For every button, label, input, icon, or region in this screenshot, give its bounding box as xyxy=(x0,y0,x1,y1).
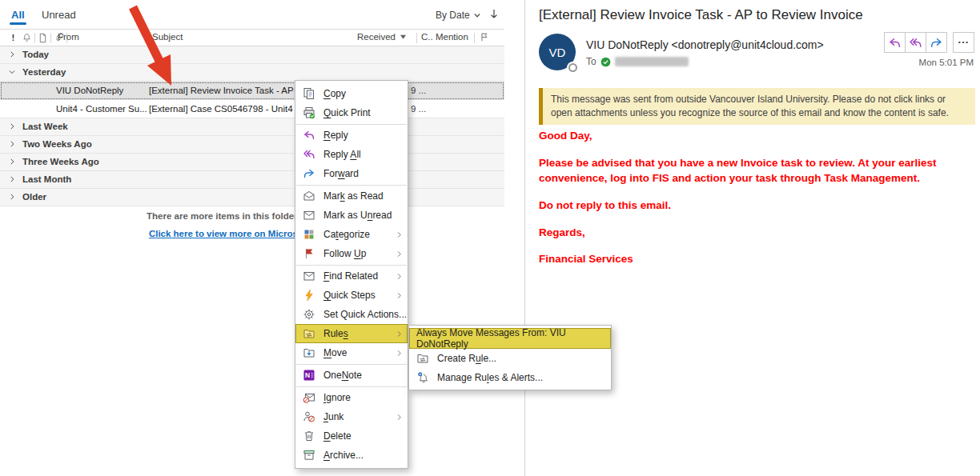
print-icon xyxy=(303,106,315,119)
tab-all[interactable]: All xyxy=(11,9,25,21)
header-divider xyxy=(416,33,417,43)
chevron-right-icon[interactable] xyxy=(8,158,16,167)
outlook-window: All Unread By Date ! From Subject xyxy=(0,0,980,476)
sort-by-dropdown[interactable]: By Date xyxy=(436,10,481,21)
submenu-item-label: Manage Rules & Alerts... xyxy=(437,372,543,383)
reply-button[interactable] xyxy=(884,32,906,53)
triangle-down-icon xyxy=(400,34,407,40)
ignore-icon xyxy=(303,391,315,404)
tab-unread[interactable]: Unread xyxy=(42,9,76,21)
chevron-down-icon[interactable] xyxy=(8,68,16,78)
message-subject: [External] Review Invoice Task - AP to R… xyxy=(149,86,318,95)
menu-item-categorize[interactable]: Categorize xyxy=(295,225,408,244)
group-row-yesterday[interactable]: Yesterday xyxy=(0,64,504,82)
page-icon[interactable] xyxy=(36,33,50,43)
menu-item-forward[interactable]: Forward xyxy=(295,164,408,183)
menu-item-reply-all[interactable]: Reply All xyxy=(295,145,408,164)
mark-unread-icon xyxy=(303,209,315,222)
importance-column-header[interactable]: ! xyxy=(6,33,20,42)
reading-pane: [External] Review Invoice Task - AP to R… xyxy=(524,0,980,476)
header-divider xyxy=(50,33,51,43)
chevron-right-icon[interactable] xyxy=(8,193,16,202)
categorize-icon xyxy=(303,228,315,241)
menu-item-label: Move xyxy=(323,347,395,358)
menu-item-follow-up[interactable]: Follow Up xyxy=(295,244,408,263)
submenu-item-manage-rules-alerts[interactable]: Manage Rules & Alerts... xyxy=(409,368,611,387)
flag-filter-icon[interactable] xyxy=(479,31,490,45)
submenu-item-create-rule[interactable]: Create Rule... xyxy=(409,349,611,368)
presence-indicator xyxy=(568,63,577,72)
menu-item-label: Quick Steps xyxy=(323,290,395,301)
chevron-right-icon[interactable] xyxy=(8,175,16,185)
email-body: Good Day,Please be advised that you have… xyxy=(539,129,970,279)
menu-item-delete[interactable]: Delete xyxy=(295,426,408,446)
menu-item-mark-as-unread[interactable]: Mark as Unread xyxy=(295,206,408,225)
menu-item-reply[interactable]: Reply xyxy=(295,126,408,145)
group-row-last-month[interactable]: Last Month xyxy=(0,171,504,189)
manage-rules-icon xyxy=(416,371,429,384)
message-row[interactable]: Unit4 - Customer Su...[External] Case CS… xyxy=(0,100,504,118)
more-actions-button[interactable]: ... xyxy=(953,32,974,53)
group-row-three-weeks-ago[interactable]: Three Weeks Ago xyxy=(0,154,504,171)
forward-button[interactable] xyxy=(926,32,947,53)
context-menu: CopyQuick PrintReplyReply AllForwardMark… xyxy=(295,80,408,469)
subject-column-header[interactable]: Subject xyxy=(152,32,183,42)
chevron-right-icon xyxy=(395,349,404,358)
bell-icon[interactable] xyxy=(20,33,34,43)
menu-item-label: Forward xyxy=(323,168,404,179)
header-divider xyxy=(474,33,475,43)
menu-item-quick-print[interactable]: Quick Print xyxy=(295,103,408,122)
forward-icon xyxy=(303,167,315,180)
menu-item-ignore[interactable]: Ignore xyxy=(295,388,408,407)
menu-item-mark-as-read[interactable]: Mark as Read xyxy=(295,186,408,206)
menu-item-onenote[interactable]: NOneNote xyxy=(295,366,408,385)
message-actions: ... xyxy=(884,32,974,53)
menu-item-label: Follow Up xyxy=(323,248,395,259)
menu-separator xyxy=(296,185,407,186)
message-row[interactable]: VIU DoNotReply[External] Review Invoice … xyxy=(0,82,504,100)
menu-item-label: Mark as Unread xyxy=(323,210,404,221)
menu-item-label: Reply xyxy=(323,130,404,141)
reply-all-button[interactable] xyxy=(905,32,926,53)
email-body-paragraph: Good Day, xyxy=(539,129,970,144)
menu-separator xyxy=(296,364,407,365)
group-row-two-weeks-ago[interactable]: Two Weeks Ago xyxy=(0,136,504,154)
email-body-paragraph: Financial Services xyxy=(539,252,970,267)
submenu-item-label: Always Move Messages From: VIU DoNotRepl… xyxy=(416,327,604,350)
more-items-text: There are more items in this folder on t… xyxy=(0,211,504,221)
redacted-recipient[interactable] xyxy=(615,57,689,66)
menu-item-archive[interactable]: Archive... xyxy=(295,446,408,465)
archive-icon xyxy=(303,449,315,462)
menu-item-quick-steps[interactable]: Quick Steps xyxy=(295,286,408,305)
group-row-last-week[interactable]: Last Week xyxy=(0,118,504,136)
mention-column-header[interactable]: Mention xyxy=(436,32,468,42)
reply-icon xyxy=(888,36,902,50)
chevron-right-icon[interactable] xyxy=(8,122,16,132)
menu-item-label: Reply All xyxy=(323,149,404,160)
menu-item-set-quick-actions[interactable]: Set Quick Actions... xyxy=(295,305,408,324)
group-label: Two Weeks Ago xyxy=(22,139,92,149)
follow-up-icon xyxy=(303,247,315,260)
menu-item-move[interactable]: Move xyxy=(295,343,408,362)
menu-item-copy[interactable]: Copy xyxy=(295,84,408,103)
menu-item-rules[interactable]: Rules xyxy=(295,324,408,343)
submenu-item-always-move-messages-from-viu-donotreply[interactable]: Always Move Messages From: VIU DoNotRepl… xyxy=(409,328,611,349)
message-timestamp: Mon 5:01 PM xyxy=(919,58,974,67)
avatar[interactable]: VD xyxy=(539,34,576,70)
chevron-right-icon[interactable] xyxy=(8,140,16,150)
group-row-today[interactable]: Today xyxy=(0,46,504,64)
email-subject: [External] Review Invoice Task - AP to R… xyxy=(539,7,863,23)
sender-name[interactable]: VIU DoNotReply <donotreply@unit4cloud.co… xyxy=(586,38,824,51)
group-row-older[interactable]: Older xyxy=(0,189,504,206)
sort-direction-button[interactable] xyxy=(488,8,500,23)
categories-column-header[interactable]: C.. xyxy=(421,32,433,42)
from-column-header[interactable]: From xyxy=(58,32,79,42)
email-body-paragraph: Regards, xyxy=(539,226,970,241)
menu-item-find-related[interactable]: Find Related xyxy=(295,266,408,286)
received-column-header[interactable]: Received xyxy=(357,32,407,42)
menu-separator xyxy=(296,265,407,266)
menu-item-junk[interactable]: Junk xyxy=(295,407,408,426)
delete-icon xyxy=(303,430,315,442)
chevron-right-icon[interactable] xyxy=(8,50,16,60)
message-received: 9 ... xyxy=(411,86,426,95)
